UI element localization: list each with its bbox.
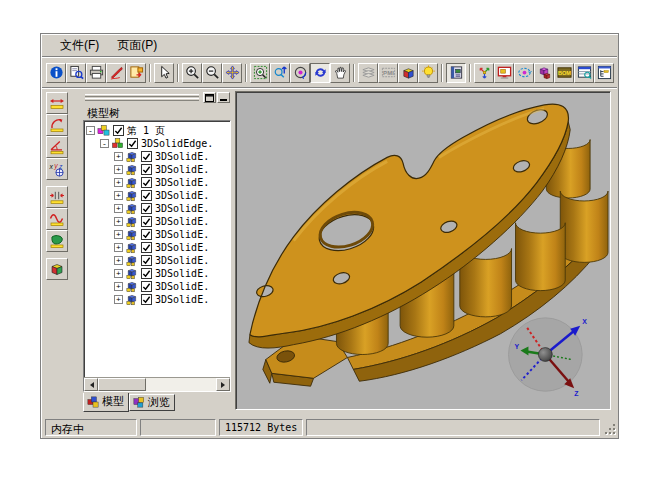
toolbar-button-print-preview[interactable] — [66, 63, 86, 83]
expand-icon[interactable]: + — [114, 217, 123, 226]
bom-icon: BOM — [557, 65, 572, 80]
menu-page[interactable]: 页面(P) — [108, 35, 166, 56]
toolbar-button-pan-hand[interactable] — [330, 63, 350, 83]
panel-title: 模型树 — [83, 104, 231, 120]
tree-node-label[interactable]: 3DSolidE. — [155, 151, 209, 162]
tree-node-label[interactable]: 3DSolidE. — [155, 164, 209, 175]
toolbar-button-rotate-about-point[interactable] — [290, 63, 310, 83]
node-visibility-checkbox[interactable] — [141, 164, 152, 175]
tree-node-label[interactable]: 3DSolidE. — [155, 281, 209, 292]
toolbar-button-layers[interactable] — [358, 63, 378, 83]
check-icon — [142, 204, 151, 213]
node-visibility-checkbox[interactable] — [141, 190, 152, 201]
expand-icon[interactable]: + — [114, 269, 123, 278]
node-visibility-checkbox[interactable] — [127, 138, 138, 149]
toolbar-button-about[interactable] — [46, 63, 66, 83]
node-visibility-checkbox[interactable] — [141, 229, 152, 240]
toolbar-button-pan[interactable] — [222, 63, 242, 83]
expand-icon[interactable]: + — [114, 191, 123, 200]
node-visibility-checkbox[interactable] — [141, 255, 152, 266]
tree-node-label[interactable]: 3DSolidE. — [155, 177, 209, 188]
collapse-icon[interactable]: - — [100, 139, 109, 148]
tree-node-label[interactable]: 3DSolidE. — [155, 268, 209, 279]
tab-browse-icon — [133, 396, 145, 408]
tree-node-label[interactable]: 第 1 页 — [127, 124, 165, 138]
toolbar-button-assembly-view[interactable] — [534, 63, 554, 83]
toolbar-button-model-tree-panel[interactable] — [446, 63, 466, 83]
panel-hide-button[interactable] — [217, 92, 230, 103]
tree-node-label[interactable]: 3DSolidE. — [155, 229, 209, 240]
toolbar-button-print[interactable] — [86, 63, 106, 83]
toolbar-button-select[interactable] — [154, 63, 174, 83]
3d-viewport[interactable]: X Y Z — [235, 91, 611, 410]
tree-node-label[interactable]: 3DSolidE. — [155, 216, 209, 227]
scroll-left-button[interactable] — [84, 378, 98, 391]
node-visibility-checkbox[interactable] — [141, 242, 152, 253]
tree-view-icon — [597, 65, 612, 80]
toolbar-button-free-rotate[interactable] — [310, 63, 330, 83]
toolbar-button-explode[interactable] — [474, 63, 494, 83]
node-visibility-checkbox[interactable] — [141, 294, 152, 305]
measure-button-measure-coordinate[interactable]: xyz — [46, 158, 68, 180]
node-visibility-checkbox[interactable] — [141, 268, 152, 279]
node-visibility-checkbox[interactable] — [141, 216, 152, 227]
measure-button-measure-area[interactable] — [46, 230, 68, 252]
scroll-track[interactable] — [146, 378, 216, 391]
expand-icon[interactable]: + — [114, 282, 123, 291]
toolbar-button-bom-table[interactable]: BOM — [554, 63, 574, 83]
node-visibility-checkbox[interactable] — [141, 203, 152, 214]
panel-drag-grip[interactable] — [85, 94, 199, 102]
measure-button-measure-curve-length[interactable] — [46, 208, 68, 230]
node-visibility-checkbox[interactable] — [141, 177, 152, 188]
check-icon — [142, 152, 151, 161]
measure-button-measure-angle[interactable] — [46, 136, 68, 158]
panel-maximize-button[interactable] — [203, 92, 216, 103]
expand-icon[interactable]: + — [114, 256, 123, 265]
node-visibility-checkbox[interactable] — [113, 125, 124, 136]
expand-icon[interactable]: + — [114, 165, 123, 174]
tree-node-label[interactable]: 3DSolidE. — [155, 255, 209, 266]
toolbar-button-lighting[interactable] — [418, 63, 438, 83]
toolbar-button-zoom-out[interactable] — [202, 63, 222, 83]
menu-file[interactable]: 文件(F) — [51, 35, 108, 56]
tree-node-label[interactable]: 3DSolidE. — [155, 294, 209, 305]
expand-icon[interactable]: + — [114, 230, 123, 239]
toolbar-button-shaded-view[interactable] — [398, 63, 418, 83]
toolbar-button-property-table[interactable] — [574, 63, 594, 83]
collapse-icon[interactable]: - — [86, 126, 95, 135]
tree-node-label[interactable]: 3DSolidE. — [155, 242, 209, 253]
expand-icon[interactable]: + — [114, 204, 123, 213]
toolbar-button-structure-tree[interactable] — [594, 63, 614, 83]
tab-模型[interactable]: 模型 — [83, 393, 129, 412]
part-node — [125, 267, 139, 280]
tree-node-label[interactable]: 3DSolidE. — [155, 203, 209, 214]
svg-text:x: x — [49, 163, 54, 170]
part-node-icon — [125, 254, 138, 267]
measure-button-measure-radius[interactable] — [46, 114, 68, 136]
toolbar-button-orbit[interactable] — [514, 63, 534, 83]
expand-icon[interactable]: + — [114, 243, 123, 252]
toolbar-button-zoom-in[interactable] — [182, 63, 202, 83]
tree-node-label[interactable]: 3DSolidEdge. — [141, 138, 213, 149]
measure-button-measure-volume[interactable] — [46, 258, 68, 280]
toolbar-button-capture-screen[interactable] — [494, 63, 514, 83]
toolbar-button-zoom-selected[interactable] — [270, 63, 290, 83]
toolbar-button-zoom-window[interactable] — [250, 63, 270, 83]
resize-grip[interactable] — [613, 432, 615, 434]
node-visibility-checkbox[interactable] — [141, 281, 152, 292]
scroll-right-button[interactable] — [216, 378, 230, 391]
measure-button-measure-gap[interactable] — [46, 186, 68, 208]
tab-浏览[interactable]: 浏览 — [129, 394, 175, 411]
toolbar-button-export-image[interactable] — [126, 63, 146, 83]
measure-button-measure-distance[interactable] — [46, 92, 68, 114]
tree-node-label[interactable]: 3DSolidE. — [155, 190, 209, 201]
expand-icon[interactable]: + — [114, 295, 123, 304]
expand-icon[interactable]: + — [114, 178, 123, 187]
expand-icon[interactable]: + — [114, 152, 123, 161]
tree-node: +3DSolidE. — [84, 241, 230, 254]
check-icon — [128, 139, 137, 148]
scroll-thumb[interactable] — [98, 378, 146, 391]
toolbar-button-markup-pen[interactable] — [106, 63, 126, 83]
toolbar-button-pmi[interactable]: PMI — [378, 63, 398, 83]
node-visibility-checkbox[interactable] — [141, 151, 152, 162]
